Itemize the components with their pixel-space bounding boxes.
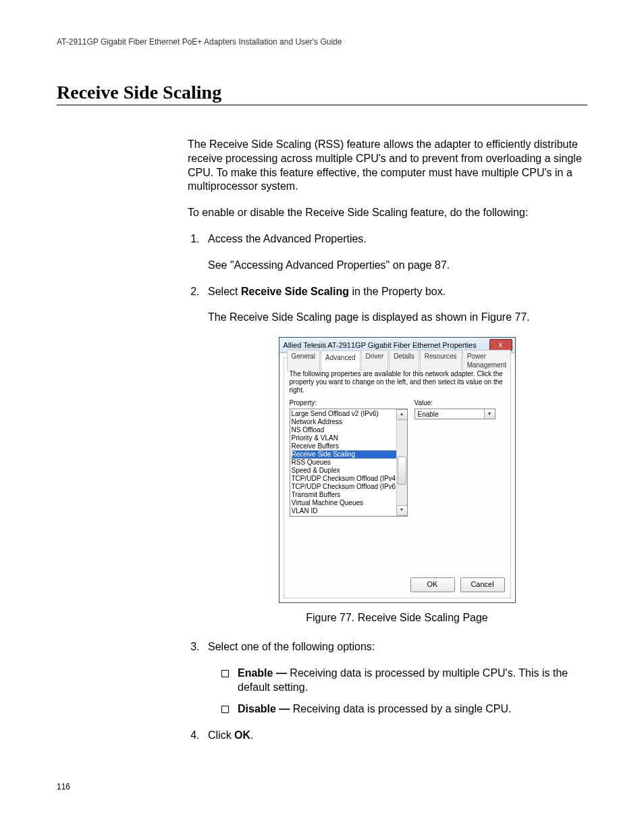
step-3-line: Select one of the following options: [208,640,586,654]
tab-advanced[interactable]: Advanced [321,350,360,371]
intro-paragraph-1: The Receive Side Scaling (RSS) feature a… [188,138,586,194]
figure-77: Allied Telesis AT-2911GP Gigabit Fiber E… [279,337,516,603]
chevron-down-icon[interactable]: ▾ [484,409,495,419]
step-4-pre: Click [208,729,234,741]
scroll-thumb[interactable] [398,457,406,485]
tab-resources[interactable]: Resources [420,350,462,371]
list-item[interactable]: TCP/UDP Checksum Offload (IPv4 [292,475,407,483]
ok-button[interactable]: OK [410,577,455,592]
list-item[interactable]: VMQ VLAN Filtering [292,515,407,517]
property-listbox[interactable]: Large Send Offload v2 (IPv6) Network Add… [290,409,408,517]
label-value: Value: [414,398,433,407]
tab-strip: General Advanced Driver Details Resource… [287,350,512,371]
list-item[interactable]: Transmit Buffers [292,491,407,499]
step-2-pre: Select [208,286,241,297]
body-column: The Receive Side Scaling (RSS) feature a… [188,138,586,743]
tab-general[interactable]: General [287,350,321,371]
list-item[interactable]: Virtual Machine Queues [292,499,407,507]
tab-driver[interactable]: Driver [361,350,389,371]
option-enable: Enable — Receiving data is processed by … [221,667,586,695]
properties-dialog: Allied Telesis AT-2911GP Gigabit Fiber E… [279,337,516,603]
running-header: AT-2911GP Gigabit Fiber Ethernet PoE+ Ad… [57,37,587,47]
list-item[interactable]: Network Address [292,418,407,426]
step-1: Access the Advanced Properties. See "Acc… [203,232,586,273]
intro-paragraph-2: To enable or disable the Receive Side Sc… [188,206,586,220]
options-list: Enable — Receiving data is processed by … [208,667,586,716]
scroll-up-icon[interactable]: ▴ [396,409,408,420]
tab-details[interactable]: Details [389,350,419,371]
step-1-line-2: See "Accessing Advanced Properties" on p… [208,259,586,273]
step-3: Select one of the following options: Ena… [203,640,586,716]
step-4-post: . [250,729,253,741]
list-item[interactable]: NS Offload [292,426,407,434]
step-2-line-1: Select Receive Side Scaling in the Prope… [208,285,586,299]
step-2-line-2: The Receive Side Scaling page is display… [208,311,586,325]
scroll-down-icon[interactable]: ▾ [396,505,408,516]
step-4: Click OK. [203,729,586,743]
step-2-post: in the Property box. [349,286,446,297]
dialog-title: Allied Telesis AT-2911GP Gigabit Fiber E… [284,341,477,349]
list-item-selected[interactable]: Receive Side Scaling [292,450,407,459]
option-disable-text: Receiving data is processed by a single … [290,703,511,714]
list-item[interactable]: TCP/UDP Checksum Offload (IPv6 [292,483,407,491]
list-item[interactable]: Priority & VLAN [292,434,407,442]
label-property: Property: [290,398,414,407]
close-icon: x [499,340,503,348]
value-dropdown-text: Enable [418,410,439,419]
list-item[interactable]: VLAN ID [292,507,407,515]
list-item[interactable]: Large Send Offload v2 (IPv6) [292,410,407,418]
page-title: Receive Side Scaling [57,82,587,105]
step-4-bold: OK [234,729,250,741]
step-2: Select Receive Side Scaling in the Prope… [203,285,586,625]
option-disable-label: Disable — [238,703,290,714]
page-number: 116 [57,782,70,791]
list-item[interactable]: Receive Buffers [292,442,407,450]
figure-caption: Figure 77. Receive Side Scaling Page [208,611,586,625]
step-2-bold: Receive Side Scaling [241,286,349,297]
steps-list: Access the Advanced Properties. See "Acc… [188,232,586,743]
list-item[interactable]: RSS Queues [292,459,407,467]
option-disable: Disable — Receiving data is processed by… [221,702,586,716]
dialog-description: The following properties are available f… [290,370,505,394]
listbox-scrollbar[interactable]: ▴ ▾ [396,409,407,516]
value-dropdown[interactable]: Enable ▾ [414,409,495,419]
list-item[interactable]: Speed & Duplex [292,467,407,475]
step-1-line-1: Access the Advanced Properties. [208,232,586,246]
option-enable-label: Enable — [238,667,287,679]
tab-power-management[interactable]: Power Management [462,350,511,371]
dialog-body: General Advanced Driver Details Resource… [284,357,511,598]
cancel-button[interactable]: Cancel [460,577,505,592]
option-enable-text: Receiving data is processed by multiple … [238,667,568,693]
